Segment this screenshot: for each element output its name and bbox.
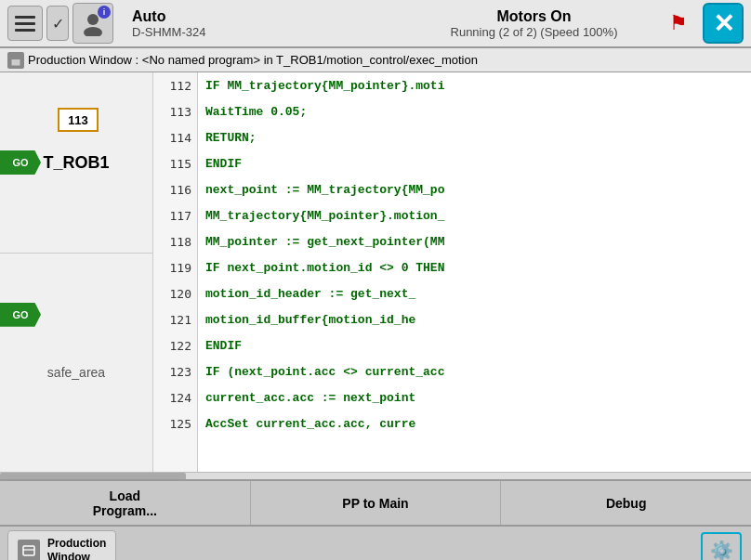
line-number: 112 <box>153 72 197 98</box>
left-panel: GO 113 T_ROB1 GO safe_area <box>0 72 153 472</box>
line-number: 116 <box>153 176 197 202</box>
toolbar-status: Motors On Running (2 of 2) (Speed 100%) <box>406 8 662 39</box>
svg-rect-2 <box>11 59 20 66</box>
gear-button[interactable]: ⚙️ <box>701 532 742 561</box>
line-number: 124 <box>153 384 197 410</box>
menu-icon <box>15 22 35 25</box>
code-line: IF MM_trajectory{MM_pointer}.moti <box>198 72 751 98</box>
line-number: 118 <box>153 228 197 254</box>
code-line: motion_id_buffer{motion_id_he <box>198 306 751 332</box>
code-line: motion_id_header := get_next_ <box>198 280 751 306</box>
svg-marker-3 <box>10 55 21 59</box>
code-line: IF next_point.motion_id <> 0 THEN <box>198 254 751 280</box>
production-window-text: Production Window <box>47 537 106 560</box>
code-line: ENDIF <box>198 150 751 176</box>
debug-label: Debug <box>606 496 647 511</box>
pp-to-main-label: PP to Main <box>342 496 408 511</box>
code-line: current_acc.acc := next_point <box>198 384 751 410</box>
status-bar: Production Window ⚙️ <box>0 526 751 560</box>
load-program-button[interactable]: Load Program... <box>0 481 251 525</box>
info-badge: i <box>98 6 111 19</box>
code-editor[interactable]: IF MM_trajectory{MM_pointer}.moti WaitTi… <box>198 72 751 472</box>
toolbar-device: D-SHMM-324 <box>132 25 388 39</box>
code-line: RETURN; <box>198 124 751 150</box>
line-number: 125 <box>153 410 197 436</box>
svg-point-1 <box>84 27 102 36</box>
main-toolbar: ✓ i Auto D-SHMM-324 Motors On Running (2… <box>0 0 751 48</box>
user-button[interactable]: i <box>72 3 113 44</box>
production-window-button[interactable]: Production Window <box>7 530 116 560</box>
line-number: 121 <box>153 306 197 332</box>
code-line: MM_trajectory{MM_pointer}.motion_ <box>198 202 751 228</box>
bottom-toolbar: Load Program... PP to Main Debug <box>0 479 751 526</box>
running-status: Running (2 of 2) (Speed 100%) <box>451 25 618 39</box>
breadcrumb: Production Window : <No named program> i… <box>0 48 751 72</box>
go-badge-2: GO <box>0 303 41 327</box>
code-line: WaitTime 0.05; <box>198 98 751 124</box>
chevron-down-button[interactable]: ✓ <box>46 6 69 41</box>
line-number: 113 <box>153 98 197 124</box>
robot1-label: T_ROB1 <box>43 153 109 173</box>
svg-rect-4 <box>23 546 34 555</box>
breadcrumb-home-icon <box>7 52 24 69</box>
go-badge-1: GO <box>0 150 41 175</box>
pp-to-main-button[interactable]: PP to Main <box>251 481 502 525</box>
menu-button[interactable] <box>7 6 43 41</box>
close-button[interactable]: ✕ <box>703 3 744 44</box>
robot-block-1: GO 113 T_ROB1 <box>0 72 152 254</box>
code-line: AccSet current_acc.acc, curre <box>198 410 751 436</box>
warning-icon: ⚑ <box>669 11 688 35</box>
svg-point-0 <box>87 14 99 25</box>
line-number: 122 <box>153 332 197 358</box>
production-window-icon <box>18 540 40 561</box>
robot2-label: safe_area <box>47 365 105 380</box>
line-number: 119 <box>153 254 197 280</box>
main-content: GO 113 T_ROB1 GO safe_area 1121131141151… <box>0 72 751 472</box>
load-program-label: Load Program... <box>93 488 157 518</box>
breadcrumb-text: Production Window : <No named program> i… <box>28 53 478 67</box>
code-line: next_point := MM_trajectory{MM_po <box>198 176 751 202</box>
robot-block-2: GO safe_area <box>0 254 152 472</box>
chevron-down-icon: ✓ <box>52 15 64 33</box>
line-number: 114 <box>153 124 197 150</box>
code-line: MM_pointer := get_next_pointer(MM <box>198 228 751 254</box>
line-number: 117 <box>153 202 197 228</box>
line-number: 115 <box>153 150 197 176</box>
gear-icon: ⚙️ <box>710 540 733 561</box>
menu-icon <box>15 29 35 32</box>
code-line: IF (next_point.acc <> current_acc <box>198 358 751 384</box>
motors-status: Motors On <box>497 8 572 25</box>
code-line: ENDIF <box>198 332 751 358</box>
close-icon: ✕ <box>713 8 734 39</box>
toolbar-mode: Auto <box>132 8 388 25</box>
debug-button[interactable]: Debug <box>501 481 751 525</box>
horizontal-scrollbar[interactable] <box>0 472 751 479</box>
line-number: 120 <box>153 280 197 306</box>
line-number: 123 <box>153 358 197 384</box>
menu-icon <box>15 16 35 19</box>
active-line-box: 113 <box>58 108 99 132</box>
toolbar-device-info: Auto D-SHMM-324 <box>121 8 399 39</box>
line-numbers-column: 1121131141151161171181191201211221231241… <box>153 72 198 472</box>
